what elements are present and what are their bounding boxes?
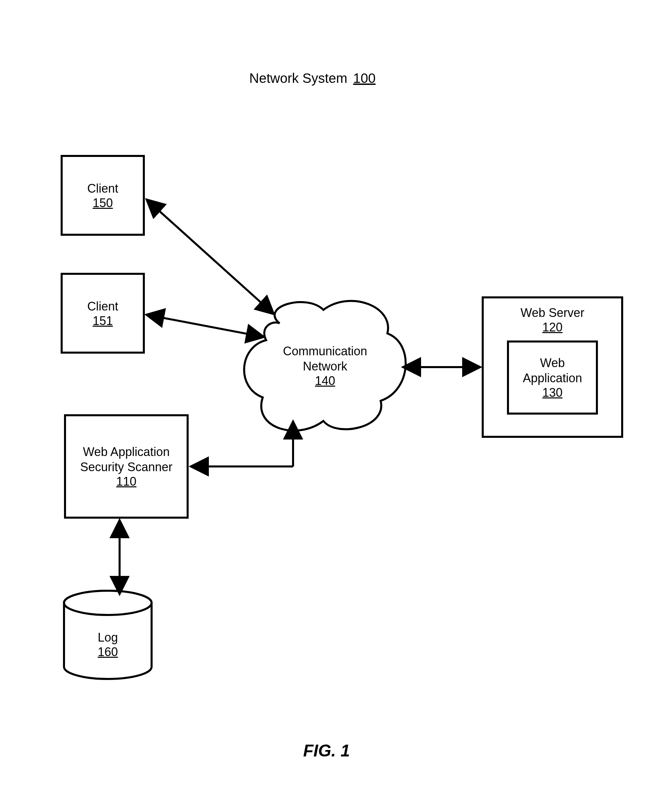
arrow-client1-network (147, 200, 273, 313)
diagram-canvas: Network System 100 Client 150 Client 151… (0, 0, 670, 812)
figure-label: FIG. 1 (303, 741, 350, 760)
arrow-client2-network (147, 315, 263, 337)
arrows-layer (0, 0, 670, 812)
